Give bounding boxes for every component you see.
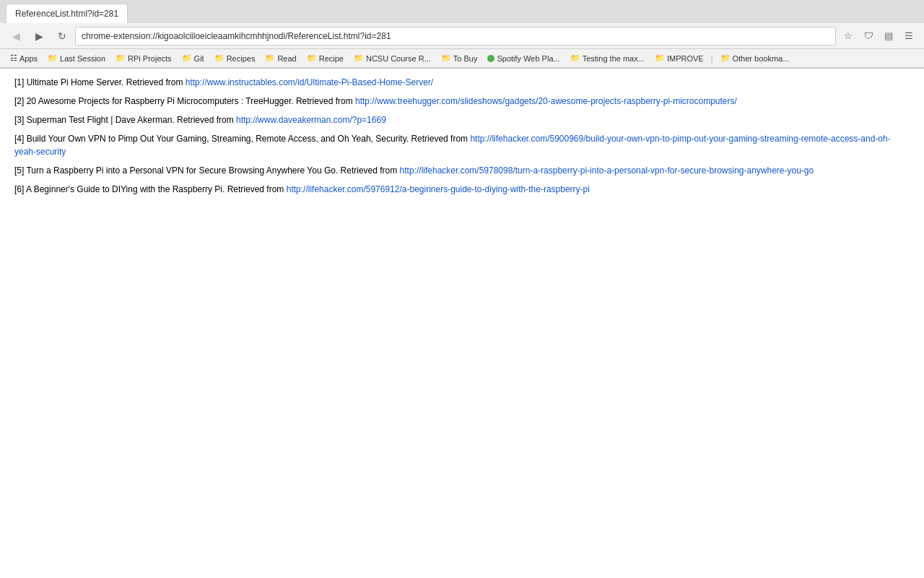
bookmark-git[interactable]: 📁 Git bbox=[178, 52, 209, 64]
folder-icon: 📁 bbox=[655, 53, 665, 63]
folder-icon: 📁 bbox=[182, 53, 192, 63]
address-bar[interactable] bbox=[75, 27, 836, 46]
tab-bar: ReferenceList.html?id=281 bbox=[0, 0, 924, 23]
ref-text-3: Superman Test Flight | Dave Akerman. Ret… bbox=[24, 115, 236, 125]
folder-icon: 📁 bbox=[354, 53, 364, 63]
shield-button[interactable]: 🛡 bbox=[859, 27, 878, 45]
page-content: [1] Ultimate Pi Home Server. Retrieved f… bbox=[0, 69, 924, 574]
ref-link-2[interactable]: http://www.treehugger.com/slideshows/gad… bbox=[355, 96, 737, 106]
spotify-icon bbox=[487, 55, 494, 62]
ref-link-1[interactable]: http://www.instructables.com/id/Ultimate… bbox=[186, 77, 433, 87]
nav-icons: ☆ 🛡 ▤ ☰ bbox=[839, 27, 918, 45]
ref-link-6[interactable]: http://lifehacker.com/5976912/a-beginner… bbox=[287, 184, 590, 194]
bookmark-other[interactable]: 📁 Other bookma... bbox=[716, 52, 794, 64]
bookmark-recipes[interactable]: 📁 Recipes bbox=[210, 52, 260, 64]
ref-text-2: 20 Awesome Projects for Raspberry Pi Mic… bbox=[24, 96, 355, 106]
bookmark-recipe[interactable]: 📁 Recipe bbox=[302, 52, 348, 64]
folder-icon: 📁 bbox=[265, 53, 275, 63]
ref-number-3: [3] bbox=[14, 115, 24, 125]
ref-number-4: [4] bbox=[14, 134, 24, 144]
folder-icon: 📁 bbox=[441, 53, 451, 63]
reference-item-6: [6] A Beginner's Guide to DIYing with th… bbox=[14, 183, 910, 196]
back-button[interactable]: ◀ bbox=[6, 27, 26, 45]
forward-button[interactable]: ▶ bbox=[29, 27, 49, 45]
folder-icon: 📁 bbox=[570, 53, 580, 63]
folder-icon: 📁 bbox=[116, 53, 126, 63]
bookmark-ncsu-course[interactable]: 📁 NCSU Course R... bbox=[349, 52, 435, 64]
nav-bar: ◀ ▶ ↻ ☆ 🛡 ▤ ☰ bbox=[0, 23, 924, 49]
folder-icon: 📁 bbox=[48, 53, 58, 63]
ref-link-3[interactable]: http://www.daveakerman.com/?p=1669 bbox=[236, 115, 386, 125]
reference-item-4: [4] Build Your Own VPN to Pimp Out Your … bbox=[14, 132, 910, 158]
ref-text-5: Turn a Raspberry Pi into a Personal VPN … bbox=[24, 165, 399, 176]
folder-icon: 📁 bbox=[307, 53, 317, 63]
ref-text-1: Ultimate Pi Home Server. Retrieved from bbox=[24, 77, 185, 87]
ref-number-6: [6] bbox=[14, 184, 24, 194]
bookmarks-bar: ☷ Apps 📁 Last Session 📁 RPi Projects 📁 G… bbox=[0, 49, 924, 68]
menu-button[interactable]: ☰ bbox=[899, 27, 918, 45]
ref-text-4: Build Your Own VPN to Pimp Out Your Gami… bbox=[24, 134, 470, 144]
cast-button[interactable]: ▤ bbox=[879, 27, 898, 45]
references-list: [1] Ultimate Pi Home Server. Retrieved f… bbox=[14, 76, 910, 196]
ref-number-2: [2] bbox=[14, 96, 24, 106]
ref-text-6: A Beginner's Guide to DIYing with the Ra… bbox=[24, 184, 286, 194]
reference-item-3: [3] Superman Test Flight | Dave Akerman.… bbox=[14, 113, 910, 126]
bookmark-apps[interactable]: ☷ Apps bbox=[6, 52, 42, 64]
bookmark-testing[interactable]: 📁 Testing the max... bbox=[566, 52, 649, 64]
reload-button[interactable]: ↻ bbox=[52, 27, 72, 45]
reference-item-5: [5] Turn a Raspberry Pi into a Personal … bbox=[14, 164, 910, 177]
folder-icon: 📁 bbox=[214, 53, 225, 63]
bookmark-rpi-projects[interactable]: 📁 RPi Projects bbox=[111, 52, 176, 64]
bookmark-improve[interactable]: 📁 IMPROVE bbox=[650, 52, 708, 64]
bookmark-star-button[interactable]: ☆ bbox=[839, 27, 858, 45]
browser-chrome: ReferenceList.html?id=281 ◀ ▶ ↻ ☆ 🛡 ▤ ☰ … bbox=[0, 0, 924, 69]
reference-item-1: [1] Ultimate Pi Home Server. Retrieved f… bbox=[14, 76, 910, 89]
bookmark-last-session[interactable]: 📁 Last Session bbox=[43, 52, 110, 64]
folder-icon: 📁 bbox=[720, 53, 731, 63]
bookmark-read[interactable]: 📁 Read bbox=[261, 52, 300, 64]
bookmarks-divider: | bbox=[711, 54, 713, 63]
ref-link-5[interactable]: http://lifehacker.com/5978098/turn-a-ras… bbox=[400, 165, 814, 176]
reference-item-2: [2] 20 Awesome Projects for Raspberry Pi… bbox=[14, 95, 910, 108]
ref-number-1: [1] bbox=[14, 77, 24, 87]
bookmark-to-buy[interactable]: 📁 To Buy bbox=[437, 52, 482, 64]
active-tab[interactable]: ReferenceList.html?id=281 bbox=[6, 4, 128, 23]
bookmark-spotify[interactable]: Spotify Web Pla... bbox=[483, 53, 564, 64]
ref-number-5: [5] bbox=[14, 165, 24, 176]
